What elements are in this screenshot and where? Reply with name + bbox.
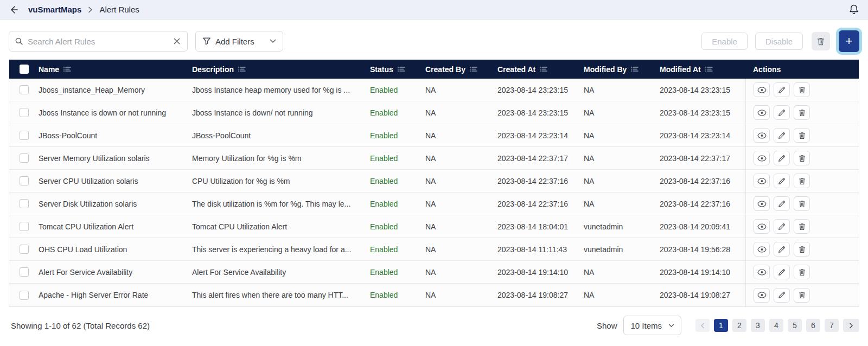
column-header-created-at[interactable]: Created At [497,65,584,74]
next-page-button[interactable] [843,319,859,332]
column-header-name[interactable]: Name [39,65,192,74]
edit-button[interactable] [774,196,790,211]
delete-button[interactable] [794,105,810,120]
edit-button[interactable] [774,105,790,120]
column-header-modified-at[interactable]: Modified At [660,65,745,74]
clear-search-button[interactable] [172,36,182,46]
edit-button[interactable] [774,242,790,257]
table-row[interactable]: OHS CPU Load Utilization This server is … [9,238,859,261]
column-header-status[interactable]: Status [370,65,425,74]
edit-button[interactable] [774,174,790,188]
row-checkbox[interactable] [20,153,29,163]
pencil-icon [778,109,786,117]
delete-button[interactable] [794,219,810,234]
row-checkbox[interactable] [20,108,29,117]
cell-name: Apache - High Server Error Rate [39,291,192,299]
column-sort-icon[interactable] [469,66,478,73]
edit-button[interactable] [774,151,790,165]
delete-button[interactable] [794,288,810,303]
cell-created-by: NA [425,177,497,185]
row-checkbox[interactable] [20,131,29,140]
arrow-left-icon [9,5,18,15]
edit-button[interactable] [774,82,790,97]
view-button[interactable] [754,265,770,279]
column-header-created-by[interactable]: Created By [425,65,497,74]
table-row[interactable]: Server Memory Utilization solaris Memory… [9,147,859,170]
eye-icon [757,178,767,184]
row-checkbox[interactable] [20,291,29,300]
column-sort-icon[interactable] [539,66,548,73]
row-checkbox[interactable] [20,85,29,94]
eye-icon [757,223,767,230]
bulk-delete-button[interactable] [812,32,830,50]
view-button[interactable] [754,105,770,120]
column-header-modified-by[interactable]: Modified By [584,65,660,74]
page-button-1[interactable]: 1 [714,319,728,332]
cell-modified-at: 2023-08-14 19:08:27 [660,291,745,299]
breadcrumb-app[interactable]: vuSmartMaps [28,5,81,14]
edit-button[interactable] [774,128,790,143]
column-header-description[interactable]: Description [192,65,370,74]
view-button[interactable] [754,219,770,234]
view-button[interactable] [754,174,770,188]
view-button[interactable] [754,196,770,211]
breadcrumb-page: Alert Rules [99,5,139,14]
page-button-3[interactable]: 3 [751,319,765,332]
disable-button[interactable]: Disable [755,33,803,50]
column-sort-icon[interactable] [63,66,72,73]
page-button-2[interactable]: 2 [732,319,746,332]
delete-button[interactable] [794,174,810,188]
table-row[interactable]: Server Disk Utilization solaris The disk… [9,193,859,215]
delete-button[interactable] [794,82,810,97]
column-sort-icon[interactable] [705,66,713,73]
delete-button[interactable] [794,128,810,143]
page-button-7[interactable]: 7 [825,319,839,332]
table-row[interactable]: Jboss Instance is down or not running Jb… [9,101,859,124]
row-checkbox[interactable] [20,222,29,231]
cell-modified-at: 2023-08-14 22:37:17 [660,154,745,163]
table-row[interactable]: Jboss_instance_Heap_Memory Jboss Instanc… [9,79,859,101]
cell-description: Tomcat CPU Utilization Alert [192,222,370,231]
delete-button[interactable] [794,196,810,211]
table-row[interactable]: Server CPU Utilization solaris CPU Utili… [9,170,859,193]
view-button[interactable] [754,151,770,165]
table-row[interactable]: Apache - High Server Error Rate This ale… [9,284,859,306]
delete-button[interactable] [794,242,810,257]
enable-button[interactable]: Enable [701,33,748,50]
cell-actions [745,170,859,192]
page-button-6[interactable]: 6 [806,319,820,332]
row-checkbox[interactable] [20,176,29,185]
edit-button[interactable] [774,288,790,303]
table-row[interactable]: JBoss-PoolCount JBoss-PoolCount Enabled … [9,124,859,147]
view-button[interactable] [754,288,770,303]
column-sort-icon[interactable] [630,66,639,73]
prev-page-button[interactable] [695,319,710,332]
select-all-checkbox[interactable] [20,65,29,74]
edit-button[interactable] [774,265,790,279]
page-button-4[interactable]: 4 [769,319,783,332]
add-alert-rule-button[interactable]: + [839,30,859,52]
add-filters-button[interactable]: Add Filters [195,31,283,52]
row-checkbox[interactable] [20,199,29,208]
page-button-5[interactable]: 5 [788,319,802,332]
table-body: Jboss_instance_Heap_Memory Jboss Instanc… [9,79,859,306]
row-checkbox[interactable] [20,245,29,254]
search-input[interactable] [28,37,172,46]
edit-button[interactable] [774,219,790,234]
view-button[interactable] [754,242,770,257]
view-button[interactable] [754,128,770,143]
delete-button[interactable] [794,151,810,165]
notifications-button[interactable] [848,4,859,16]
page-size-select[interactable]: 10 Items [623,316,681,335]
table-row[interactable]: Alert For Service Availability Alert For… [9,261,859,284]
view-button[interactable] [754,82,770,97]
column-sort-icon[interactable] [238,66,246,73]
chevron-down-icon [270,39,276,43]
delete-button[interactable] [794,265,810,279]
search-box[interactable] [9,31,188,52]
back-button[interactable] [9,5,18,15]
table-row[interactable]: Tomcat CPU Utilization Alert Tomcat CPU … [9,215,859,238]
column-sort-icon[interactable] [397,66,406,73]
row-checkbox[interactable] [20,267,29,277]
cell-created-by: NA [425,200,497,208]
